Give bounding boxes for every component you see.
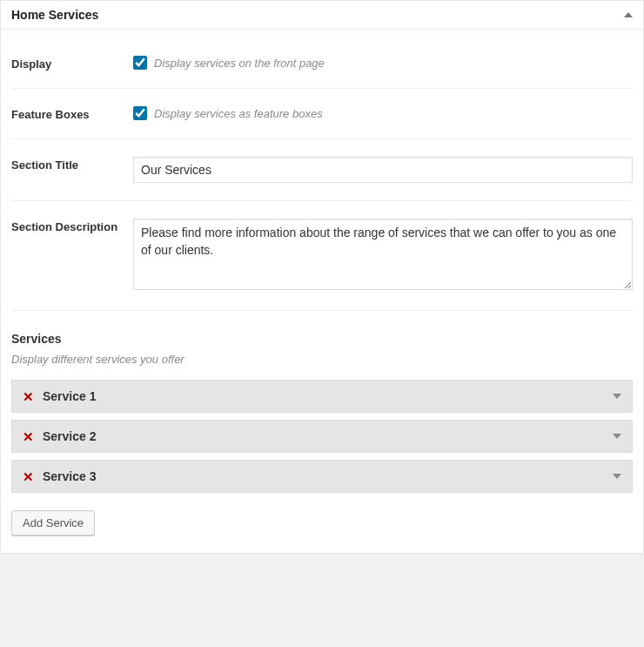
display-description: Display services on the front page xyxy=(154,57,325,70)
service-item-title: Service 1 xyxy=(43,389,613,403)
display-checkbox-wrap[interactable]: Display services on the front page xyxy=(133,56,633,70)
display-checkbox[interactable] xyxy=(133,56,147,70)
section-description-field: Section Description Please find more inf… xyxy=(11,201,633,311)
services-heading: Services xyxy=(11,332,633,346)
section-title-field: Section Title xyxy=(11,139,633,201)
section-description-control: Please find more information about the r… xyxy=(133,219,633,293)
panel-body: Display Display services on the front pa… xyxy=(1,30,643,553)
feature-boxes-label: Feature Boxes xyxy=(11,106,133,121)
service-item-title: Service 2 xyxy=(43,429,613,443)
section-title-control xyxy=(133,157,633,183)
feature-boxes-description: Display services as feature boxes xyxy=(154,107,323,120)
service-item-title: Service 3 xyxy=(43,469,613,483)
display-label: Display xyxy=(11,56,133,71)
feature-boxes-field: Feature Boxes Display services as featur… xyxy=(11,89,633,139)
services-subheading: Display different services you offer xyxy=(11,353,633,366)
add-service-button[interactable]: Add Service xyxy=(11,510,95,536)
panel-header[interactable]: Home Services xyxy=(1,1,643,30)
collapse-icon[interactable] xyxy=(624,12,633,17)
section-title-label: Section Title xyxy=(11,157,133,172)
chevron-down-icon[interactable] xyxy=(613,394,621,399)
feature-boxes-checkbox-wrap[interactable]: Display services as feature boxes xyxy=(133,106,633,120)
remove-icon[interactable]: ✕ xyxy=(23,390,34,403)
service-item[interactable]: ✕ Service 2 xyxy=(11,420,633,453)
chevron-down-icon[interactable] xyxy=(613,474,621,479)
display-field: Display Display services on the front pa… xyxy=(11,38,633,89)
remove-icon[interactable]: ✕ xyxy=(23,470,34,483)
chevron-down-icon[interactable] xyxy=(613,434,621,439)
service-item[interactable]: ✕ Service 1 xyxy=(11,380,633,413)
section-description-textarea[interactable]: Please find more information about the r… xyxy=(133,219,633,290)
service-item[interactable]: ✕ Service 3 xyxy=(11,460,633,493)
display-control: Display services on the front page xyxy=(133,56,633,70)
feature-boxes-control: Display services as feature boxes xyxy=(133,106,633,120)
section-title-input[interactable] xyxy=(133,157,633,183)
remove-icon[interactable]: ✕ xyxy=(23,430,34,443)
feature-boxes-checkbox[interactable] xyxy=(133,106,147,120)
section-description-label: Section Description xyxy=(11,219,133,233)
home-services-panel: Home Services Display Display services o… xyxy=(0,0,644,554)
panel-title: Home Services xyxy=(11,8,98,22)
